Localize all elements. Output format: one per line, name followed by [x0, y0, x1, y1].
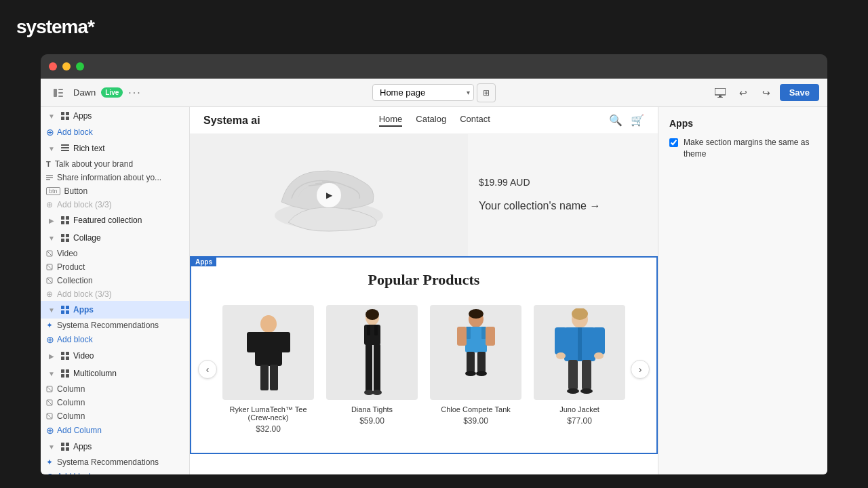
svg-rect-63 — [247, 332, 259, 352]
product-image-4 — [534, 305, 625, 400]
product-name-4: Juno Jacket — [559, 405, 599, 413]
svg-point-74 — [364, 390, 374, 395]
sidebar-toggle-button[interactable] — [49, 83, 68, 102]
sidebar-item-collage[interactable]: ▼ Collage — [41, 229, 189, 247]
make-margins-checkbox[interactable] — [669, 138, 678, 147]
product-card-4[interactable]: Juno Jacket $77.00 — [528, 300, 631, 439]
svg-rect-24 — [66, 239, 69, 242]
hero-right: $19.99 AUD Your collection's name → — [468, 134, 658, 256]
svg-rect-17 — [61, 216, 64, 220]
sidebar-item-rich-text[interactable]: ▼ Rich text — [41, 140, 189, 157]
sidebar-item-column-2[interactable]: Column — [41, 396, 189, 409]
sidebar-item-video[interactable]: Video — [41, 247, 189, 260]
add-column-button[interactable]: ⊕ Add Column — [41, 423, 189, 438]
browser-titlebar — [41, 54, 827, 79]
sidebar-item-featured-collection[interactable]: ▶ Featured collection — [41, 211, 189, 229]
svg-rect-73 — [374, 344, 380, 392]
svg-rect-18 — [66, 216, 69, 220]
svg-rect-36 — [66, 352, 69, 355]
svg-rect-80 — [481, 327, 486, 339]
svg-rect-22 — [66, 234, 69, 237]
svg-rect-84 — [477, 352, 486, 372]
more-menu-button[interactable]: ··· — [128, 87, 141, 99]
product-name-1: Ryker LumaTech™ Tee (Crew-neck) — [222, 405, 314, 422]
product-card-2[interactable]: Diana Tights $59.00 — [321, 300, 423, 439]
svg-rect-34 — [66, 310, 69, 314]
product-price-1: $32.00 — [256, 424, 281, 434]
svg-rect-15 — [46, 177, 53, 178]
svg-rect-10 — [66, 117, 69, 120]
undo-button[interactable]: ↩ — [734, 83, 753, 102]
add-block-apps-bot-button[interactable]: ⊕ Add block — [41, 469, 189, 474]
add-block-apps-mid-button[interactable]: ⊕ Add block — [41, 332, 189, 347]
svg-point-93 — [556, 352, 566, 359]
svg-point-98 — [580, 388, 593, 394]
svg-line-30 — [47, 278, 52, 283]
sidebar-item-button[interactable]: btn Button — [41, 184, 189, 198]
apps-section-tag: Apps — [191, 258, 216, 266]
collection-link-row[interactable]: Your collection's name → — [479, 199, 647, 214]
save-button[interactable]: Save — [780, 84, 819, 101]
products-grid: Ryker LumaTech™ Tee (Crew-neck) $32.00 — [217, 300, 631, 439]
sidebar-item-systema-rec-bot[interactable]: ✦ Systema Recommendations — [41, 455, 189, 469]
svg-rect-50 — [66, 443, 69, 446]
svg-rect-11 — [61, 144, 69, 146]
top-bar: systema* — [0, 0, 868, 54]
product-card-3[interactable]: Chloe Compete Tank $39.00 — [425, 300, 527, 439]
sidebar-item-apps-mid[interactable]: ▼ Apps — [41, 301, 189, 319]
product-price-4: $77.00 — [567, 416, 592, 426]
product-image-2 — [326, 305, 418, 400]
search-icon[interactable]: 🔍 — [609, 114, 623, 127]
right-panel-title: Apps — [669, 118, 816, 129]
svg-rect-96 — [582, 360, 591, 390]
svg-rect-51 — [61, 447, 64, 451]
minimize-icon[interactable] — [62, 62, 71, 70]
carousel-prev-button[interactable]: ‹ — [198, 360, 217, 379]
svg-line-48 — [47, 413, 52, 419]
sidebar-item-apps-top[interactable]: ▼ Apps — [41, 107, 189, 125]
sidebar-item-column-3[interactable]: Column — [41, 409, 189, 423]
desktop-view-button[interactable] — [711, 83, 730, 102]
cart-icon[interactable]: 🛒 — [631, 114, 644, 127]
svg-line-46 — [47, 400, 52, 405]
svg-point-97 — [567, 388, 579, 394]
svg-point-68 — [366, 309, 379, 320]
product-card-1[interactable]: Ryker LumaTech™ Tee (Crew-neck) $32.00 — [217, 300, 319, 439]
brand-logo: systema* — [16, 16, 94, 38]
svg-line-26 — [47, 251, 52, 256]
responsive-view-icon[interactable]: ⊞ — [477, 83, 496, 102]
hero-image: ▶ — [190, 134, 468, 256]
nav-link-home[interactable]: Home — [379, 114, 403, 127]
svg-rect-1 — [58, 89, 63, 90]
nav-link-catalog[interactable]: Catalog — [416, 114, 446, 127]
carousel-next-button[interactable]: › — [631, 360, 650, 379]
svg-rect-19 — [61, 221, 64, 224]
sidebar-item-talk-about-brand[interactable]: T Talk about your brand — [41, 157, 189, 171]
svg-rect-35 — [61, 352, 64, 355]
sidebar-item-multicolumn[interactable]: ▼ Multicolumn — [41, 365, 189, 382]
sidebar-item-collection[interactable]: Collection — [41, 274, 189, 287]
add-block-top-button[interactable]: ⊕ Add block — [41, 125, 189, 140]
sidebar-item-apps-bot[interactable]: ▼ Apps — [41, 438, 189, 455]
sidebar-item-column-1[interactable]: Column — [41, 382, 189, 396]
nav-link-contact[interactable]: Contact — [460, 114, 490, 127]
canvas: Systema ai Home Catalog Contact 🔍 🛒 — [190, 107, 658, 474]
maximize-icon[interactable] — [76, 62, 84, 70]
product-name-3: Chloe Compete Tank — [441, 405, 511, 413]
svg-rect-12 — [61, 147, 69, 148]
sidebar-item-product[interactable]: Product — [41, 260, 189, 274]
sidebar-item-share-info[interactable]: Share information about yo... — [41, 171, 189, 184]
close-icon[interactable] — [49, 62, 57, 70]
video-play-button[interactable]: ▶ — [317, 183, 341, 207]
sidebar-item-systema-rec-mid[interactable]: ✦ Systema Recommendations — [41, 319, 189, 332]
svg-rect-39 — [61, 369, 64, 373]
svg-rect-52 — [66, 447, 69, 451]
page-selector[interactable]: Home page Catalog Contact — [372, 84, 474, 101]
svg-rect-4 — [715, 88, 726, 95]
store-nav-icons: 🔍 🛒 — [609, 114, 644, 127]
svg-rect-81 — [457, 327, 467, 346]
live-badge: Live — [101, 87, 123, 98]
redo-button[interactable]: ↪ — [757, 83, 776, 102]
svg-rect-95 — [568, 360, 578, 390]
sidebar-item-video-section[interactable]: ▶ Video — [41, 347, 189, 365]
